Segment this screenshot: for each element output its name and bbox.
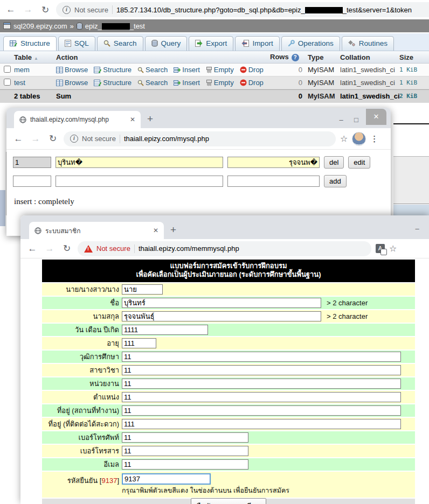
form-row-input[interactable] [122,405,401,416]
del-button[interactable]: del [324,156,344,169]
tab-routines[interactable]: Routines [342,36,394,51]
tab-import[interactable]: Import [235,36,279,51]
form-title: แบบฟอร์มการสมัครเข้ารับการฝึกอบรม เพื่อค… [42,260,415,282]
record-surname-field[interactable] [227,157,320,168]
tab-search[interactable]: Search [97,36,143,51]
table-name-link[interactable]: test [14,79,56,87]
tab-label: Search [114,39,137,47]
back-button[interactable]: ← [26,243,39,254]
close-button[interactable]: ✕ [366,109,386,125]
help-icon[interactable]: ? [292,54,299,61]
breadcrumb-server[interactable]: sql209.epizy.com [13,22,67,30]
sort-asc-icon: ▲ [34,56,38,61]
row-checkbox[interactable] [4,66,11,73]
profile-avatar[interactable] [352,132,366,146]
form-row-input[interactable] [122,338,156,348]
menu-kebab-icon[interactable]: ⋮ [370,134,378,144]
form-row-input[interactable] [122,284,163,295]
maximize-button[interactable]: □ [349,116,364,124]
form-row-input[interactable] [122,392,401,402]
form-row-input[interactable] [122,311,321,321]
structure-link[interactable]: Structure [94,79,132,87]
tab-title: ระบบสมาชิก [45,226,145,236]
tab-structure[interactable]: Structure [3,36,57,51]
structure-link[interactable]: Structure [94,66,132,74]
tab-close-icon[interactable]: ✕ [130,116,135,123]
forward-button[interactable]: → [22,4,34,15]
new-tab-button[interactable]: + [147,113,153,125]
form-row-input[interactable] [122,459,248,470]
record-id-field[interactable] [13,157,51,168]
minimize-button[interactable]: – [334,116,349,124]
col-table[interactable]: Table▲ [14,53,56,61]
info-icon[interactable]: i [70,135,78,143]
structure-icon [94,67,101,73]
back-button[interactable]: ← [12,134,25,144]
record-name-field[interactable] [56,157,223,168]
insert-link[interactable]: Insert [174,79,200,87]
new-surname-field[interactable] [227,176,320,187]
form-row-label: นาย/นางสาว/นาง [42,284,122,295]
forward-button[interactable]: → [29,134,42,144]
col-rows: Rows? [270,53,308,61]
search-link[interactable]: Search [137,66,168,74]
empty-link[interactable]: Empty [206,79,234,87]
tab-close-icon[interactable]: ✕ [153,227,158,234]
add-button[interactable]: add [324,175,347,187]
import-icon [241,40,249,47]
translate-icon[interactable]: A [376,244,385,253]
forward-button[interactable]: → [43,243,56,254]
new-tab-button[interactable]: + [170,224,176,236]
confirm-code-row: รหัสยืนยัน [9137] กรุณาพิมพ์ตัวเลขสีแดง … [42,472,415,498]
form-row-input[interactable] [122,325,208,335]
new-name-field[interactable] [56,176,223,187]
form-row-input[interactable] [122,446,248,456]
query-icon [151,40,158,47]
drop-link[interactable]: Drop [240,66,264,74]
form-row-input[interactable] [122,432,248,443]
tab-label: Routines [359,39,388,47]
confirm-code-input[interactable] [122,473,211,485]
edit-button[interactable]: edit [348,156,370,169]
bookmark-star-icon[interactable]: ☆ [340,134,348,144]
tab-query[interactable]: Query [145,36,188,51]
search-link[interactable]: Search [137,79,168,87]
form-row-input[interactable] [122,352,401,362]
address-bar[interactable]: Not secure thaiall.epizy.com/memmysql.ph… [78,241,371,256]
new-record-row: add [13,175,391,187]
tab-label: Operations [298,39,334,47]
row-checkbox[interactable] [4,79,11,86]
bookmark-star-icon[interactable]: ☆ [389,243,397,254]
insert-link[interactable]: Insert [174,66,200,74]
form-row-input[interactable] [122,379,401,389]
browse-link[interactable]: Browse [56,79,88,87]
engine-type: MyISAM [308,79,340,87]
insert-icon [174,67,181,73]
new-id-field[interactable] [13,176,51,187]
form-row-input[interactable] [122,365,401,375]
form-row-input[interactable] [122,419,401,429]
address-bar[interactable]: i Not secure 185.27.134.10/db_structure.… [56,2,429,17]
browse-link[interactable]: Browse [56,66,88,74]
submit-registration-button[interactable]: ยืนยันการลงทะเบียน [191,498,267,504]
empty-link[interactable]: Empty [206,66,234,74]
form-row-input[interactable] [122,298,321,308]
tab-export[interactable]: Export [189,36,233,51]
info-icon[interactable]: i [63,6,71,14]
drop-link[interactable]: Drop [240,79,264,87]
reload-button[interactable]: ↻ [60,243,73,254]
registration-form: แบบฟอร์มการสมัครเข้ารับการฝึกอบรม เพื่อค… [42,260,415,504]
table-name-link[interactable]: mem [14,66,56,74]
status-text: insert : completely [14,197,391,206]
breadcrumb-db[interactable]: epiz__test [85,22,145,30]
browser-tab[interactable]: thaiall.epizy.com/mysql.php ✕ [14,111,141,128]
reload-button[interactable]: ↻ [39,4,52,16]
tab-operations[interactable]: Operations [281,36,340,51]
back-button[interactable]: ← [4,4,17,15]
reload-button[interactable]: ↻ [46,133,59,144]
browser-tab[interactable]: ระบบสมาชิก ✕ [29,222,164,239]
address-bar[interactable]: i Not secure thaiall.epizy.com/mysql.php [64,131,336,146]
form-row: นาย/นางสาว/นาง [42,283,415,296]
minimize-button[interactable]: – [410,225,425,233]
tab-sql[interactable]: SQL [58,36,95,51]
